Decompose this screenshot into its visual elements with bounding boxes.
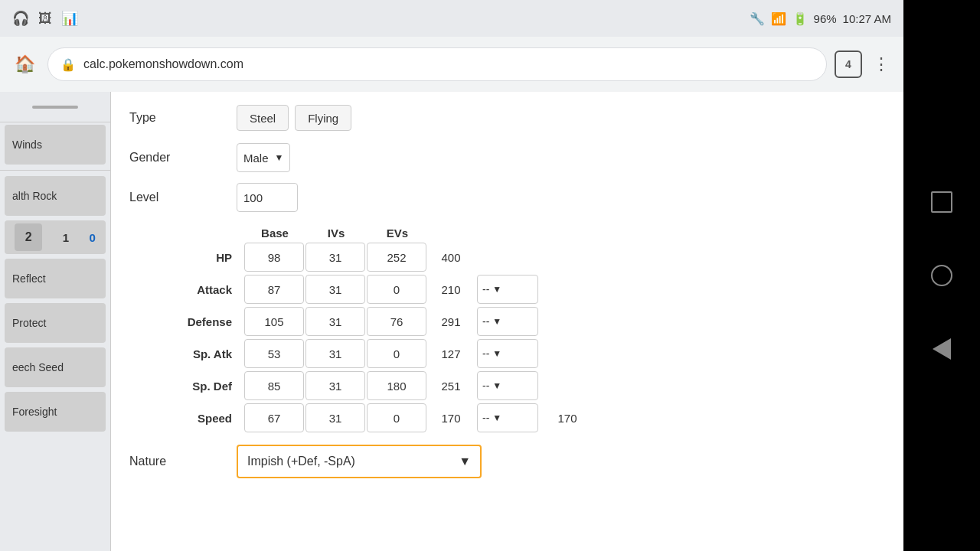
gender-dropdown-arrow: ▼ <box>275 152 284 163</box>
stat-row-defense: Defense 105 31 76 291 -- ▼ <box>129 307 885 336</box>
type2-badge[interactable]: Flying <box>295 105 351 131</box>
menu-button[interactable]: ⋮ <box>870 54 894 74</box>
stat-row-hp: HP 98 31 252 400 <box>129 243 885 272</box>
sidebar-item-health-rock[interactable]: alth Rock <box>5 176 106 216</box>
stats-section: Base IVs EVs HP 98 31 2 <box>129 227 885 432</box>
sidebar-item-foresight[interactable]: Foresight <box>5 392 106 432</box>
stat-ivs-defense[interactable]: 31 <box>305 307 365 336</box>
stepper-mid: 1 <box>63 231 69 244</box>
image-icon: 🖼 <box>38 11 52 27</box>
headphone-icon: 🎧 <box>12 10 29 27</box>
stat-base-hp[interactable]: 98 <box>244 243 304 272</box>
browser-chrome: 🏠 🔒 calc.pokemonshowdown.com 4 ⋮ <box>0 37 903 92</box>
time-display: 10:27 AM <box>843 12 891 25</box>
status-bar: 🎧 🖼 📊 🔧 📶 🔋 96% 10:27 AM <box>0 0 903 37</box>
status-icons: 🎧 🖼 📊 <box>12 10 78 27</box>
nature-arrow-attack: ▼ <box>492 284 501 295</box>
stat-name-hp: HP <box>129 251 244 264</box>
nav-square-button[interactable] <box>928 188 956 216</box>
chart-icon: 📊 <box>61 10 78 27</box>
tab-count[interactable]: 4 <box>835 51 862 78</box>
stat-evs-defense[interactable]: 76 <box>367 307 426 336</box>
sidebar-item-winds[interactable]: Winds <box>5 125 106 165</box>
lock-icon: 🔒 <box>60 57 76 72</box>
stat-total-attack: 210 <box>428 283 474 296</box>
stat-nature-defense[interactable]: -- ▼ <box>477 307 538 336</box>
stat-total-speed: 170 <box>428 412 474 425</box>
header-evs: EVs <box>367 227 428 240</box>
stat-evs-speed[interactable]: 0 <box>367 403 426 432</box>
stats-header-row: Base IVs EVs <box>129 227 885 240</box>
gender-row: Gender Male ▼ <box>129 141 885 174</box>
nav-circle-icon <box>931 265 952 286</box>
tools-icon: 🔧 <box>750 11 765 26</box>
type-row: Type Steel Flying <box>129 101 885 135</box>
signal-icon: 📶 <box>771 11 786 26</box>
stat-evs-spdef[interactable]: 180 <box>367 371 426 400</box>
nature-label: Nature <box>129 455 237 468</box>
stat-nature-speed[interactable]: -- ▼ <box>477 403 538 432</box>
sidebar-item-reflect[interactable]: Reflect <box>5 259 106 298</box>
stat-total-spatk: 127 <box>428 347 474 360</box>
stat-ivs-speed[interactable]: 31 <box>305 403 365 432</box>
stat-ivs-spdef[interactable]: 31 <box>305 371 365 400</box>
battery-icon: 🔋 <box>792 11 808 26</box>
sidebar-stepper[interactable]: 2 1 0 <box>5 220 106 254</box>
nav-home-button[interactable] <box>928 262 956 289</box>
header-base: Base <box>244 227 305 240</box>
stat-total-defense: 291 <box>428 315 474 328</box>
address-bar[interactable]: 🔒 calc.pokemonshowdown.com <box>47 47 827 81</box>
stat-evs-hp[interactable]: 252 <box>367 243 426 272</box>
header-ivs: IVs <box>305 227 367 240</box>
gender-label: Gender <box>129 151 237 165</box>
type1-badge[interactable]: Steel <box>237 105 289 131</box>
stat-name-defense: Defense <box>129 315 244 328</box>
stat-name-speed: Speed <box>129 412 244 425</box>
url-text: calc.pokemonshowdown.com <box>83 57 814 71</box>
sidebar-item-protect[interactable]: Protect <box>5 303 106 343</box>
stat-row-spatk: Sp. Atk 53 31 0 127 -- ▼ <box>129 339 885 368</box>
stat-extra-speed: 170 <box>544 412 590 425</box>
home-button[interactable]: 🏠 <box>9 49 40 80</box>
stat-name-spdef: Sp. Def <box>129 380 244 393</box>
content-area: Winds alth Rock 2 1 0 Reflect <box>0 92 903 551</box>
sidebar-divider-1 <box>0 170 110 171</box>
stat-base-spdef[interactable]: 85 <box>244 371 304 400</box>
battery-percent: 96% <box>814 12 837 25</box>
stat-evs-spatk[interactable]: 0 <box>367 339 426 368</box>
stat-nature-spdef[interactable]: -- ▼ <box>477 371 538 400</box>
nav-triangle-icon <box>933 338 951 360</box>
stat-base-defense[interactable]: 105 <box>244 307 304 336</box>
stat-total-spdef: 251 <box>428 380 474 393</box>
stat-nature-attack[interactable]: -- ▼ <box>477 275 538 304</box>
sidebar-item-speech-seed[interactable]: eech Seed <box>5 347 106 387</box>
nav-back-button[interactable] <box>928 335 956 363</box>
nature-arrow-spdef: ▼ <box>492 380 501 391</box>
level-input[interactable]: 100 <box>237 183 298 212</box>
gender-select[interactable]: Male ▼ <box>237 143 290 172</box>
stat-base-attack[interactable]: 87 <box>244 275 304 304</box>
pokemon-form: Type Steel Flying Gender Male ▼ <box>111 92 903 494</box>
nature-dropdown-arrow: ▼ <box>459 455 471 468</box>
level-row: Level 100 <box>129 181 885 214</box>
stat-ivs-attack[interactable]: 31 <box>305 275 365 304</box>
stepper-val-active: 0 <box>89 231 95 244</box>
stat-total-hp: 400 <box>428 251 474 264</box>
stat-evs-attack[interactable]: 0 <box>367 275 426 304</box>
main-content: Type Steel Flying Gender Male ▼ <box>111 92 903 551</box>
stat-ivs-spatk[interactable]: 31 <box>305 339 365 368</box>
stat-name-attack: Attack <box>129 283 244 296</box>
stat-base-spatk[interactable]: 53 <box>244 339 304 368</box>
nav-square-icon <box>931 191 952 213</box>
stat-nature-spatk[interactable]: -- ▼ <box>477 339 538 368</box>
home-icon: 🏠 <box>15 54 35 74</box>
level-label: Level <box>129 191 237 204</box>
stepper-minus[interactable]: 2 <box>15 223 42 251</box>
stat-name-spatk: Sp. Atk <box>129 347 244 360</box>
stat-base-speed[interactable]: 67 <box>244 403 304 432</box>
android-nav <box>903 0 980 551</box>
stat-ivs-hp[interactable]: 31 <box>305 243 365 272</box>
nature-arrow-spatk: ▼ <box>492 348 501 359</box>
nature-select[interactable]: Impish (+Def, -SpA) ▼ <box>237 445 482 478</box>
sidebar-scroll <box>0 92 110 122</box>
